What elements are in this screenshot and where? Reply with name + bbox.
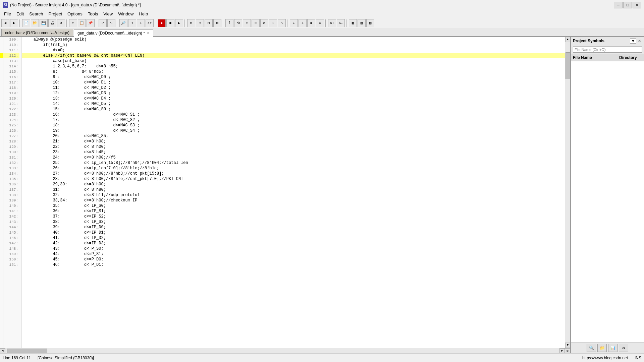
toolbar-nav1[interactable]: ⤴ [225, 19, 233, 27]
toolbar-search1[interactable]: 🔎 [119, 19, 127, 27]
line-number-115: 115: [3, 69, 19, 74]
menu-edit[interactable]: Edit [14, 11, 26, 17]
tab-gen-data[interactable]: gen_data.v (D:\Document\...\design) * ✕ [74, 29, 153, 37]
horizontal-scrollbar[interactable]: ◄ ► ⊞ [0, 348, 570, 353]
panel-dropdown[interactable]: ▼ [630, 38, 636, 44]
line-number-117: 117: [3, 80, 19, 85]
toolbar-search3[interactable]: ⬇ [137, 19, 145, 27]
toolbar-new[interactable]: 📄 [22, 19, 30, 27]
toolbar-zoom-out[interactable]: A- [337, 19, 345, 27]
toolbar-redo[interactable]: ↪ [107, 19, 115, 27]
toolbar-r3[interactable]: ✱ [307, 19, 315, 27]
toolbar-extra3[interactable]: ▨ [366, 19, 374, 27]
line-number-121: 121: [3, 101, 19, 107]
h-scroll-end: ⊞ [565, 348, 570, 354]
h-scrollbar-track[interactable] [5, 348, 559, 354]
toolbar-nav5[interactable]: ⌀ [260, 19, 268, 27]
toolbar-sep-6 [184, 19, 186, 27]
toolbar-nav6[interactable]: ⌁ [269, 19, 277, 27]
menu-search[interactable]: Search [26, 11, 46, 17]
toolbar-zoom-in[interactable]: A+ [328, 19, 336, 27]
toolbar-nav3[interactable]: ⌖ [243, 19, 251, 27]
scrollbar-thumb[interactable] [566, 52, 570, 79]
code-line-125: 18: d<=MAC_S3 ; [22, 123, 565, 128]
line-number-119: 119: [3, 90, 19, 96]
scroll-up-arrow[interactable]: ▲ [565, 37, 571, 42]
menu-options[interactable]: Options [65, 11, 85, 17]
close-button[interactable]: ✕ [633, 2, 641, 8]
toolbar-r2[interactable]: ✧ [299, 19, 307, 27]
tab-bar: color_bar.v (D:\Document\...\design) gen… [0, 28, 644, 37]
file-name-search-area [571, 45, 644, 54]
toolbar-r1[interactable]: ✦ [290, 19, 298, 27]
toolbar-r4[interactable]: ✲ [316, 19, 324, 27]
code-line-124: 17: d<=MAC_S2 ; [22, 117, 565, 123]
code-line-138: 32: d<=8'h11;//udp protolol [22, 192, 565, 198]
status-mode: INS [635, 356, 641, 360]
toolbar-bookmark[interactable]: XY [146, 19, 154, 27]
toolbar-t4[interactable]: ⊠ [213, 19, 221, 27]
h-scrollbar-thumb[interactable] [7, 349, 47, 353]
toolbar-cut[interactable]: ✂ [69, 19, 77, 27]
toolbar-t2[interactable]: ⊡ [196, 19, 204, 27]
toolbar-t3[interactable]: ⊟ [205, 19, 213, 27]
toolbar-b1[interactable]: ● [158, 19, 166, 27]
h-scroll-right[interactable]: ► [559, 348, 565, 354]
menu-project[interactable]: Project [46, 11, 65, 17]
tab-color-bar-label: color_bar.v (D:\Document\...\design) [5, 31, 69, 35]
code-line-115: 8: d<=8'hd5; [22, 69, 565, 74]
file-name-search-input[interactable] [573, 47, 642, 53]
toolbar-undo[interactable]: ↩ [99, 19, 107, 27]
toolbar-copy[interactable]: 📋 [78, 19, 86, 27]
minimize-button[interactable]: ─ [614, 2, 623, 8]
scroll-down-arrow[interactable]: ▼ [565, 343, 571, 348]
toolbar-nav2[interactable]: ⟲ [234, 19, 242, 27]
menu-view[interactable]: View [101, 11, 115, 17]
toolbar-search2[interactable]: ⬆ [128, 19, 136, 27]
panel-close-button[interactable]: ✕ [637, 39, 642, 43]
code-line-126: 19: d<=MAC_S4 ; [22, 128, 565, 133]
toolbar-extra1[interactable]: ▦ [349, 19, 357, 27]
tab-color-bar[interactable]: color_bar.v (D:\Document\...\design) [1, 29, 73, 36]
footer-btn-chart[interactable]: 📊 [608, 344, 618, 352]
footer-btn-settings[interactable]: ⚙ [619, 344, 628, 352]
toolbar-b3[interactable]: ▶ [175, 19, 183, 27]
code-line-148: 43: d<=P_S0; [22, 246, 565, 251]
toolbar-paste[interactable]: 📌 [87, 19, 95, 27]
toolbar-b2[interactable]: ■ [166, 19, 174, 27]
scrollbar-track[interactable] [565, 42, 571, 343]
code-line-117: 10: d<=MAC_D1 ; [22, 80, 565, 85]
menu-help[interactable]: Help [136, 11, 151, 17]
right-panel-footer: 🔍 📁 📊 ⚙ [571, 342, 644, 353]
toolbar-print[interactable]: 🖨 [48, 19, 56, 27]
toolbar-nav7[interactable]: ⌂ [278, 19, 286, 27]
panel-controls: ▼ ✕ [630, 38, 642, 44]
line-number-129: 129: [3, 144, 19, 149]
status-encoding: [Chinese Simplified (GB18030)] [38, 356, 94, 360]
line-number-124: 124: [3, 117, 19, 123]
line-number-127: 127: [3, 133, 19, 139]
line-number-110: 110: [3, 42, 19, 48]
status-right: https://www.blog.csdn.net INS [582, 356, 641, 360]
maximize-button[interactable]: □ [623, 2, 632, 8]
toolbar-forward[interactable]: ► [10, 19, 18, 27]
menu-window[interactable]: Window [115, 11, 136, 17]
menu-file[interactable]: File [1, 11, 14, 17]
toolbar-save[interactable]: 💾 [40, 19, 48, 27]
toolbar-refresh[interactable]: ↺ [57, 19, 65, 27]
line-number-151: 151: [3, 262, 19, 267]
menu-tools[interactable]: Tools [85, 11, 101, 17]
toolbar-extra2[interactable]: ▧ [358, 19, 366, 27]
toolbar-t1[interactable]: ⊞ [187, 19, 195, 27]
toolbar-nav4[interactable]: ⌗ [252, 19, 260, 27]
window-controls[interactable]: ─ □ ✕ [614, 2, 641, 8]
code-content[interactable]: always @(posedge sclk) if(!rst_n) d<=0; … [22, 37, 565, 348]
code-line-112: else //if(cnt_base>0 && cnt_base<=CNT_LE… [22, 53, 565, 58]
tab-gen-data-close[interactable]: ✕ [147, 31, 150, 35]
toolbar-open[interactable]: 📂 [31, 19, 39, 27]
vertical-scrollbar[interactable]: ▲ ▼ [565, 37, 570, 348]
footer-btn-search[interactable]: 🔍 [587, 344, 596, 352]
footer-btn-folder[interactable]: 📁 [597, 344, 607, 352]
toolbar-back[interactable]: ◄ [1, 19, 9, 27]
h-scroll-left[interactable]: ◄ [0, 348, 5, 354]
